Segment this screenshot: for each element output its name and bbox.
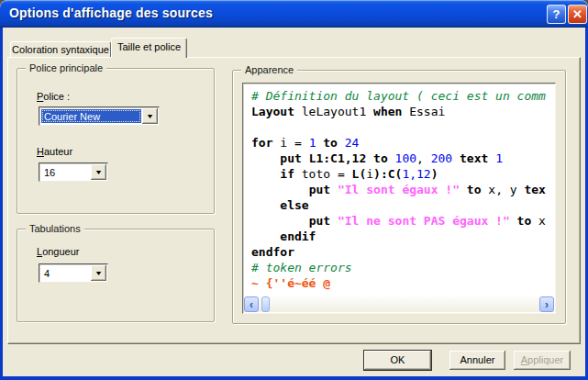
code-token: L( <box>352 167 367 181</box>
code-token: ) <box>431 167 438 181</box>
code-token: when <box>373 105 402 118</box>
code-token: toto = <box>294 167 352 181</box>
appearance-group-title: Apparence <box>241 64 297 75</box>
chevron-down-icon: ▼ <box>94 270 103 276</box>
cancel-button[interactable]: Annuler <box>449 351 505 370</box>
code-token: , <box>416 151 431 165</box>
code-token <box>251 167 280 181</box>
code-token <box>251 151 280 165</box>
code-token <box>330 214 338 228</box>
chevron-left-icon: ‹ <box>250 299 253 310</box>
code-token: 100 <box>395 151 416 165</box>
code-token: 200 <box>431 151 452 165</box>
code-preview-box: # Définition du layout ( ceci est un com… <box>242 83 556 314</box>
length-combobox[interactable]: 4 ▼ <box>39 263 108 283</box>
font-combobox-dropdown-button[interactable]: ▼ <box>142 108 158 124</box>
window-border-left <box>0 28 3 380</box>
tab-taille-et-police[interactable]: Taille et police <box>111 38 187 58</box>
code-token: leLayout1 <box>294 105 373 118</box>
code-token <box>251 229 280 243</box>
code-token <box>330 183 338 196</box>
code-token: to <box>517 214 532 228</box>
tabulations-group-title: Tabulations <box>26 223 84 234</box>
tab-coloration-syntaxique[interactable]: Coloration syntaxique <box>10 41 111 57</box>
code-token: i = <box>272 136 308 150</box>
help-icon: ? <box>553 7 560 21</box>
code-token: 1,12 <box>402 167 430 181</box>
code-token: else <box>280 198 308 212</box>
code-token <box>338 136 345 150</box>
close-icon: ✕ <box>572 7 582 21</box>
help-button[interactable]: ? <box>547 5 566 24</box>
code-line: # Définition du layout ( ceci est un com… <box>251 88 555 104</box>
code-token: 1 <box>495 151 503 165</box>
size-combobox-dropdown-button[interactable]: ▼ <box>91 164 106 180</box>
size-combobox[interactable]: 16 ▼ <box>39 162 108 182</box>
code-token: endfor <box>251 245 294 259</box>
size-label: Hauteur <box>37 146 72 157</box>
code-token <box>452 151 460 165</box>
scrollbar-thumb[interactable] <box>261 296 270 312</box>
code-token <box>251 183 309 196</box>
code-token: 24 <box>345 136 360 150</box>
scroll-right-button[interactable]: › <box>539 296 554 312</box>
code-token: Layout <box>251 105 294 118</box>
apply-button[interactable]: Appliquer <box>514 351 571 370</box>
code-token: L1:C1,12 <box>309 151 367 165</box>
scroll-left-button[interactable]: ‹ <box>244 296 259 312</box>
code-token: # token errors <box>251 261 352 274</box>
chevron-down-icon: ▼ <box>94 169 103 175</box>
code-token <box>251 214 309 228</box>
main-font-group: Police principale Police : Courier New ▼… <box>17 68 215 214</box>
window-border-bottom <box>0 376 588 380</box>
code-preview: # Définition du layout ( ceci est un com… <box>243 84 555 296</box>
appearance-group: Apparence # Définition du layout ( ceci … <box>232 70 566 324</box>
code-token <box>302 151 309 165</box>
code-line: endfor <box>251 244 555 260</box>
length-label: Longueur <box>37 246 80 257</box>
code-token: x, y <box>481 183 524 196</box>
code-line <box>251 119 555 135</box>
code-token: for <box>251 136 272 150</box>
code-token: put <box>309 214 330 228</box>
font-combobox[interactable]: Courier New ▼ <box>39 106 160 126</box>
code-line: if toto = L(i):C(1,12) <box>251 166 555 182</box>
code-token: ):C( <box>373 167 402 181</box>
close-button[interactable]: ✕ <box>568 5 587 24</box>
code-token <box>460 183 467 196</box>
options-dialog: Options d'affichage des sources ? ✕ Colo… <box>0 0 588 380</box>
code-line: put "Il sont égaux !" to x, y tex <box>251 182 555 197</box>
code-token: put <box>309 183 330 196</box>
code-token <box>388 151 395 165</box>
code-token: ~ {''é~éé @ <box>251 276 330 290</box>
font-label: Police : <box>37 91 70 102</box>
code-token: Essai <box>402 105 445 118</box>
code-line: put L1:C1,12 to 100, 200 text 1 <box>251 151 555 166</box>
code-token <box>510 214 517 228</box>
code-token: text <box>460 151 488 165</box>
code-token <box>488 151 495 165</box>
tabulations-group: Tabulations Longueur 4 ▼ <box>17 229 215 322</box>
code-token: to <box>323 136 338 150</box>
code-token: endif <box>280 229 316 243</box>
horizontal-scrollbar[interactable]: ‹ › <box>244 296 554 312</box>
code-token: to <box>373 151 388 165</box>
code-token: # Définition du layout ( ceci est un com… <box>251 89 546 103</box>
length-combobox-dropdown-button[interactable]: ▼ <box>91 265 106 281</box>
code-token: "Il sont égaux !" <box>338 183 460 196</box>
code-line: Layout leLayout1 when Essai <box>251 104 555 119</box>
code-line: else <box>251 197 555 213</box>
code-token: if <box>280 167 294 181</box>
code-token: "Il ne sont PAS égaux !" <box>338 214 510 228</box>
code-token: i <box>366 167 373 181</box>
code-token: to <box>467 183 482 196</box>
ok-button[interactable]: OK <box>363 350 432 371</box>
length-combobox-value: 4 <box>41 266 90 280</box>
code-line: ~ {''é~éé @ <box>251 275 555 291</box>
code-line: for i = 1 to 24 <box>251 135 555 151</box>
tab-label: Taille et police <box>117 41 181 52</box>
code-token: put <box>280 151 301 165</box>
tab-page: Police principale Police : Courier New ▼… <box>7 57 581 344</box>
title-bar[interactable]: Options d'affichage des sources ? ✕ <box>0 0 588 28</box>
font-combobox-value: Courier New <box>41 109 141 123</box>
